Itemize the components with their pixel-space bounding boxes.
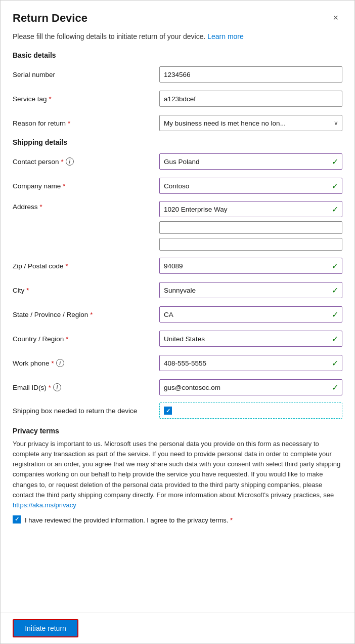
serial-number-row: Serial number xyxy=(13,65,342,84)
company-name-input[interactable] xyxy=(159,178,342,194)
initiate-return-button[interactable]: Initiate return xyxy=(13,619,78,637)
email-input[interactable] xyxy=(159,379,342,395)
dialog-content: Please fill the following details to ini… xyxy=(1,31,354,613)
contact-person-input-wrapper: ✓ xyxy=(159,153,342,170)
shipping-box-label: Shipping box needed to return the device xyxy=(13,407,159,415)
privacy-agree-row: I have reviewed the provided information… xyxy=(13,515,342,526)
city-label: City * xyxy=(13,287,159,294)
reason-label: Reason for return * xyxy=(13,119,159,127)
company-name-label: Company name * xyxy=(13,182,159,190)
serial-number-label: Serial number xyxy=(13,71,159,78)
zip-label: Zip / Postal code * xyxy=(13,262,159,270)
address-line1-input[interactable] xyxy=(159,201,342,217)
work-phone-row: Work phone * i ✓ xyxy=(13,354,342,372)
learn-more-link[interactable]: Learn more xyxy=(207,32,244,41)
service-tag-input[interactable] xyxy=(159,91,342,107)
privacy-agree-text: I have reviewed the provided information… xyxy=(25,515,233,526)
country-label: Country / Region * xyxy=(13,335,159,343)
privacy-text: Your privacy is important to us. Microso… xyxy=(13,439,342,510)
contact-person-input[interactable] xyxy=(159,153,342,170)
address-required: * xyxy=(40,203,42,211)
reason-select[interactable]: My business need is met hence no lon... xyxy=(159,115,342,131)
zip-input[interactable] xyxy=(159,258,342,274)
dialog-header: Return Device × xyxy=(1,1,354,31)
shipping-box-check-area xyxy=(159,402,342,419)
contact-info-icon[interactable]: i xyxy=(66,157,74,166)
privacy-link[interactable]: https://aka.ms/privacy xyxy=(13,501,76,509)
country-input-wrapper: ✓ xyxy=(159,331,342,347)
city-input-wrapper: ✓ xyxy=(159,282,342,298)
country-input[interactable] xyxy=(159,331,342,347)
company-required: * xyxy=(63,182,65,190)
zip-required: * xyxy=(66,262,68,270)
state-label: State / Province / Region * xyxy=(13,311,159,318)
intro-text: Please fill the following details to ini… xyxy=(13,31,342,42)
email-required: * xyxy=(49,384,51,391)
city-required: * xyxy=(26,287,29,294)
privacy-agree-required: * xyxy=(230,516,233,524)
state-input[interactable] xyxy=(159,306,342,323)
state-input-wrapper: ✓ xyxy=(159,306,342,323)
privacy-title: Privacy terms xyxy=(13,427,342,435)
dialog-title: Return Device xyxy=(13,12,87,25)
city-row: City * ✓ xyxy=(13,281,342,299)
work-phone-input[interactable] xyxy=(159,355,342,371)
shipping-box-row: Shipping box needed to return the device xyxy=(13,402,342,419)
work-phone-label: Work phone * i xyxy=(13,359,159,367)
address-line3-input[interactable] xyxy=(159,238,342,251)
address-line1-wrapper: ✓ xyxy=(159,201,342,217)
reason-select-wrapper: My business need is met hence no lon... … xyxy=(159,115,342,131)
address-row: Address * ✓ xyxy=(13,201,342,251)
zip-input-wrapper: ✓ xyxy=(159,258,342,274)
reason-row: Reason for return * My business need is … xyxy=(13,114,342,132)
email-info-icon[interactable]: i xyxy=(53,383,61,391)
email-row: Email ID(s) * i ✓ xyxy=(13,378,342,396)
contact-required: * xyxy=(61,158,64,166)
company-name-input-wrapper: ✓ xyxy=(159,178,342,194)
state-row: State / Province / Region * ✓ xyxy=(13,305,342,324)
dialog-footer: Initiate return xyxy=(1,613,354,643)
work-phone-required: * xyxy=(52,359,54,367)
work-phone-info-icon[interactable]: i xyxy=(56,359,64,367)
country-row: Country / Region * ✓ xyxy=(13,330,342,348)
email-label: Email ID(s) * i xyxy=(13,383,159,391)
service-tag-row: Service tag * xyxy=(13,90,342,108)
service-tag-label: Service tag * xyxy=(13,95,159,103)
work-phone-input-wrapper: ✓ xyxy=(159,355,342,371)
company-name-row: Company name * ✓ xyxy=(13,177,342,195)
contact-person-label: Contact person * i xyxy=(13,157,159,166)
country-required: * xyxy=(66,335,68,343)
address-label: Address * xyxy=(13,201,159,211)
address-line2-input[interactable] xyxy=(159,221,342,234)
city-input[interactable] xyxy=(159,282,342,298)
address-input-group: ✓ xyxy=(159,201,342,251)
shipping-details-section-title: Shipping details xyxy=(13,138,342,146)
email-input-wrapper: ✓ xyxy=(159,379,342,395)
privacy-section: Privacy terms Your privacy is important … xyxy=(13,427,342,525)
contact-person-row: Contact person * i ✓ xyxy=(13,152,342,171)
serial-number-input[interactable] xyxy=(159,66,342,83)
zip-row: Zip / Postal code * ✓ xyxy=(13,257,342,275)
privacy-agree-checkbox[interactable] xyxy=(13,515,21,524)
basic-details-section-title: Basic details xyxy=(13,51,342,59)
shipping-box-checkbox[interactable] xyxy=(164,407,172,415)
state-required: * xyxy=(90,311,93,318)
reason-required: * xyxy=(68,119,70,127)
close-button[interactable]: × xyxy=(329,11,342,25)
service-tag-required: * xyxy=(49,95,52,103)
